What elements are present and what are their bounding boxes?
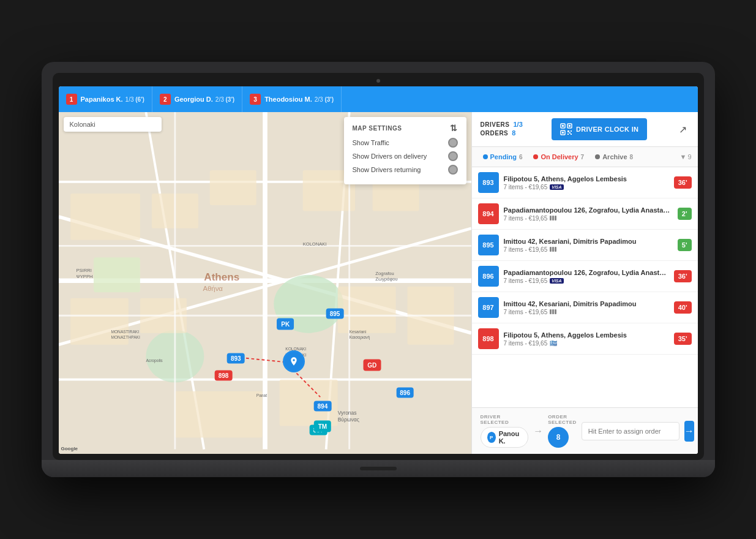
- marker-894[interactable]: 894: [314, 401, 332, 411]
- svg-text:ΨΥΡΡΗ: ΨΥΡΡΗ: [76, 274, 92, 279]
- driver-chip-name: Panou K.: [499, 430, 522, 445]
- payment-flag-898: 🇬🇷: [550, 340, 557, 347]
- tab-archive-label: Archive: [602, 153, 627, 160]
- svg-rect-14: [209, 170, 256, 205]
- marker-893[interactable]: 893: [227, 353, 245, 363]
- camera-dot: [376, 79, 380, 83]
- order-selected-section: ORDER SELECTED 8: [548, 414, 577, 448]
- order-badge-893: 893: [478, 172, 499, 193]
- map-search-box[interactable]: Kolonaki: [64, 117, 162, 132]
- tab-pending-label: Pending: [490, 153, 517, 160]
- order-details-898: 7 items - €19,65 🇬🇷: [504, 340, 669, 347]
- tab-archive[interactable]: Archive 8: [590, 151, 638, 163]
- main-content: Athens Αθήνα PSIRRI ΨΥΡΡΗ Zografou Ζωγρά…: [59, 112, 698, 454]
- svg-text:Athens: Athens: [204, 271, 239, 283]
- order-item-895[interactable]: 895 Imittou 42, Kesariani, Dimitris Papa…: [472, 230, 698, 261]
- settings-row-drivers-delivery: Show Drivers on delivery: [353, 151, 458, 161]
- map-area[interactable]: Athens Αθήνα PSIRRI ΨΥΡΡΗ Zografou Ζωγρά…: [59, 112, 471, 454]
- svg-rect-49: [569, 125, 571, 127]
- svg-text:Acropolis: Acropolis: [146, 358, 163, 363]
- driver-bar: 1 Papanikos K. 1/3 (6') 2 Georgiou D. 2/…: [59, 86, 698, 112]
- map-settings-title: MAP SETTINGS ⇅: [353, 123, 458, 133]
- order-badge-897: 897: [478, 297, 499, 318]
- order-details-893: 7 items - €19,65 VISA: [504, 184, 669, 190]
- marker-895[interactable]: 895: [326, 309, 344, 319]
- svg-text:MONASTIRAKI: MONASTIRAKI: [111, 330, 139, 334]
- order-address-894: Papadiamantopoulou 126, Zografou, Lydia …: [504, 206, 673, 214]
- driver-badge-2: 2: [160, 94, 171, 105]
- order-badge-895: 895: [478, 235, 499, 255]
- svg-text:KOLONAKI: KOLONAKI: [302, 241, 326, 247]
- order-chip-number: 8: [556, 433, 561, 442]
- order-details-895: 7 items - €19,65: [504, 246, 673, 253]
- settings-label-drivers-delivery: Show Drivers on delivery: [353, 153, 427, 160]
- drivers-label: DRIVERS: [481, 121, 510, 128]
- drivers-value: 1/3: [513, 121, 522, 128]
- app-container: 1 Papanikos K. 1/3 (6') 2 Georgiou D. 2/…: [59, 86, 698, 454]
- clock-in-button[interactable]: DRIVER CLOCK IN: [552, 118, 647, 140]
- driver-tab-2[interactable]: 2 Georgiou D. 2/3 (3'): [152, 86, 242, 112]
- time-badge-895: 5': [678, 239, 692, 251]
- order-item-897[interactable]: 897 Imittou 42, Kesariani, Dimitris Papa…: [472, 292, 698, 323]
- toggle-drivers-delivery[interactable]: [448, 151, 458, 161]
- driver-chip[interactable]: P Panou K.: [481, 427, 529, 448]
- marker-896[interactable]: 896: [396, 387, 414, 398]
- clock-in-label: DRIVER CLOCK IN: [576, 126, 638, 133]
- order-info-897: Imittou 42, Kesariani, Dimitris Papadimo…: [504, 300, 669, 315]
- svg-rect-19: [337, 287, 395, 333]
- drivers-stat: DRIVERS 1/3: [481, 121, 523, 128]
- driver-name-2: Georgiou D.: [174, 96, 213, 103]
- tab-on-delivery[interactable]: On Delivery 7: [528, 151, 589, 163]
- map-settings-popup: MAP SETTINGS ⇅ Show Traffic Show Drivers…: [344, 117, 466, 184]
- payment-visa-896: VISA: [550, 278, 563, 284]
- order-info-895: Imittou 42, Kesariani, Dimitris Papadimo…: [504, 238, 673, 253]
- order-item-898[interactable]: 898 Filipotou 5, Athens, Aggelos Lembesi…: [472, 323, 698, 355]
- tab-delivery-count: 7: [581, 154, 585, 160]
- driver-tab-3[interactable]: 3 Theodosiou M. 2/3 (3'): [242, 86, 342, 112]
- svg-rect-51: [562, 132, 564, 134]
- toggle-drivers-returning[interactable]: [448, 165, 458, 175]
- order-item-894[interactable]: 894 Papadiamantopoulou 126, Zografou, Ly…: [472, 198, 698, 230]
- order-address-895: Imittou 42, Kesariani, Dimitris Papadimo…: [504, 238, 673, 245]
- order-info-896: Papadiamantopoulou 126, Zografou, Lydia …: [504, 269, 669, 284]
- svg-rect-53: [571, 130, 572, 132]
- orders-stat: ORDERS 8: [481, 129, 523, 137]
- order-item-896[interactable]: 896 Papadiamantopoulou 126, Zografou, Ly…: [472, 261, 698, 292]
- settings-label-traffic: Show Traffic: [353, 139, 389, 146]
- svg-text:ΜΟΝΑΣΤΗΡΑΚΙ: ΜΟΝΑΣΤΗΡΑΚΙ: [111, 335, 140, 339]
- order-address-893: Filipotou 5, Athens, Aggelos Lembesis: [504, 175, 669, 183]
- order-details-897: 7 items - €19,65: [504, 309, 669, 315]
- expand-button[interactable]: ↗: [676, 121, 689, 138]
- dot-delivery: [533, 154, 538, 159]
- settings-icon[interactable]: ⇅: [450, 123, 458, 133]
- svg-text:Ζωγράφου: Ζωγράφου: [375, 276, 397, 282]
- qr-icon: [560, 123, 572, 135]
- tab-more[interactable]: ▼ 9: [679, 153, 691, 160]
- driver-marker-tm[interactable]: TM: [314, 421, 331, 432]
- order-item-893[interactable]: 893 Filipotou 5, Athens, Aggelos Lembesi…: [472, 167, 698, 198]
- driver-orders-2: 2/3 (3'): [215, 96, 234, 103]
- orders-label: ORDERS: [481, 130, 509, 137]
- marker-898[interactable]: 898: [215, 370, 233, 380]
- order-tabs: Pending 6 On Delivery 7 Archive: [472, 147, 698, 167]
- driver-marker-gd[interactable]: GD: [363, 359, 381, 371]
- driver-badge-1: 1: [66, 94, 77, 105]
- assign-input[interactable]: [582, 422, 679, 440]
- toggle-traffic[interactable]: [448, 138, 458, 148]
- driver-selected-label: DRIVER SELECTED: [481, 414, 529, 425]
- tab-pending-count: 6: [519, 154, 523, 160]
- driver-marker-pk[interactable]: PK: [277, 318, 294, 330]
- order-selected-label: ORDER SELECTED: [548, 414, 577, 425]
- tab-delivery-label: On Delivery: [541, 153, 578, 160]
- assign-button[interactable]: →: [684, 421, 694, 442]
- panel-stats: DRIVERS 1/3 ORDERS 8: [481, 121, 523, 138]
- svg-text:Αθήνα: Αθήνα: [203, 285, 223, 292]
- driver-tab-1[interactable]: 1 Papanikos K. 1/3 (6'): [59, 86, 152, 112]
- orders-value: 8: [512, 129, 515, 137]
- tab-pending[interactable]: Pending 6: [478, 151, 528, 163]
- driver-name-3: Theodosiou M.: [264, 96, 312, 103]
- store-marker[interactable]: [283, 350, 305, 372]
- dot-archive: [595, 154, 600, 159]
- settings-row-drivers-returning: Show Drivers returning: [353, 165, 458, 175]
- payment-cash-897: [550, 309, 556, 314]
